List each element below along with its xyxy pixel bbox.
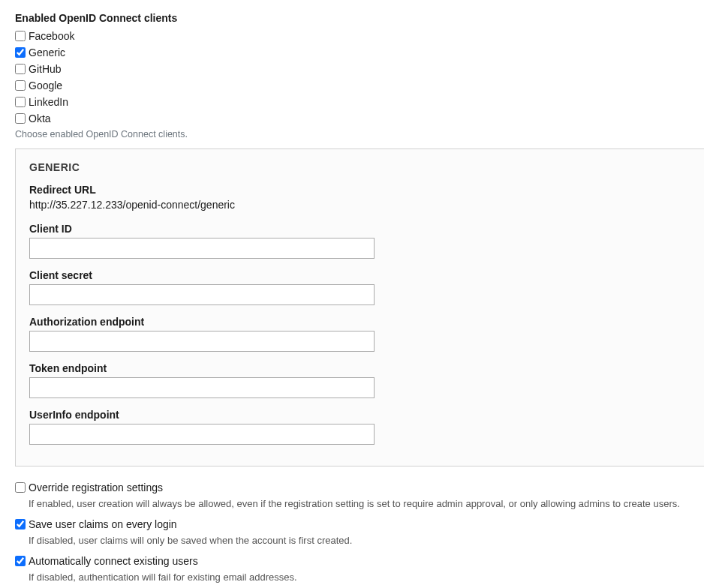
clients-help-text: Choose enabled OpenID Connect clients. (15, 129, 704, 140)
client-row-generic: Generic (15, 46, 704, 58)
client-checkbox-google[interactable] (15, 80, 26, 91)
token-endpoint-input[interactable] (29, 377, 375, 398)
client-checkbox-generic[interactable] (15, 47, 26, 58)
override-help: If enabled, user creation will always be… (29, 498, 704, 509)
token-endpoint-label: Token endpoint (29, 362, 690, 374)
client-label-github[interactable]: GitHub (29, 63, 62, 75)
option-auto-connect: Automatically connect existing users If … (15, 555, 704, 583)
save-claims-checkbox[interactable] (15, 519, 26, 530)
client-checkbox-linkedin[interactable] (15, 97, 26, 107)
auto-connect-help: If disabled, authentication will fail fo… (29, 572, 704, 583)
client-label-okta[interactable]: Okta (29, 112, 51, 124)
redirect-url-label: Redirect URL (29, 184, 690, 196)
client-checkbox-github[interactable] (15, 64, 26, 74)
client-label-linkedin[interactable]: LinkedIn (29, 96, 68, 108)
auto-connect-label[interactable]: Automatically connect existing users (29, 555, 198, 567)
client-label-facebook[interactable]: Facebook (29, 30, 74, 42)
override-label[interactable]: Override registration settings (29, 482, 163, 494)
generic-panel: GENERIC Redirect URL http://35.227.12.23… (15, 148, 704, 466)
client-row-google: Google (15, 80, 704, 92)
userinfo-endpoint-input[interactable] (29, 424, 375, 445)
client-row-linkedin: LinkedIn (15, 96, 704, 108)
client-row-facebook: Facebook (15, 30, 704, 42)
client-checkbox-okta[interactable] (15, 113, 26, 124)
save-claims-help: If disabled, user claims will only be sa… (29, 535, 704, 546)
section-heading: Enabled OpenID Connect clients (15, 12, 704, 24)
client-checkbox-facebook[interactable] (15, 31, 26, 41)
client-secret-label: Client secret (29, 269, 690, 281)
client-row-github: GitHub (15, 63, 704, 75)
client-id-label: Client ID (29, 223, 690, 235)
userinfo-endpoint-label: UserInfo endpoint (29, 409, 690, 421)
option-save-claims: Save user claims on every login If disab… (15, 518, 704, 546)
client-label-google[interactable]: Google (29, 80, 62, 92)
auth-endpoint-input[interactable] (29, 331, 375, 352)
option-override: Override registration settings If enable… (15, 482, 704, 509)
panel-title: GENERIC (29, 161, 690, 173)
client-id-input[interactable] (29, 238, 375, 259)
redirect-url-value: http://35.227.12.233/openid-connect/gene… (29, 199, 690, 211)
save-claims-label[interactable]: Save user claims on every login (29, 518, 177, 530)
override-checkbox[interactable] (15, 482, 26, 493)
auto-connect-checkbox[interactable] (15, 556, 26, 566)
client-secret-input[interactable] (29, 284, 375, 305)
client-row-okta: Okta (15, 112, 704, 124)
auth-endpoint-label: Authorization endpoint (29, 316, 690, 328)
client-label-generic[interactable]: Generic (29, 46, 65, 58)
